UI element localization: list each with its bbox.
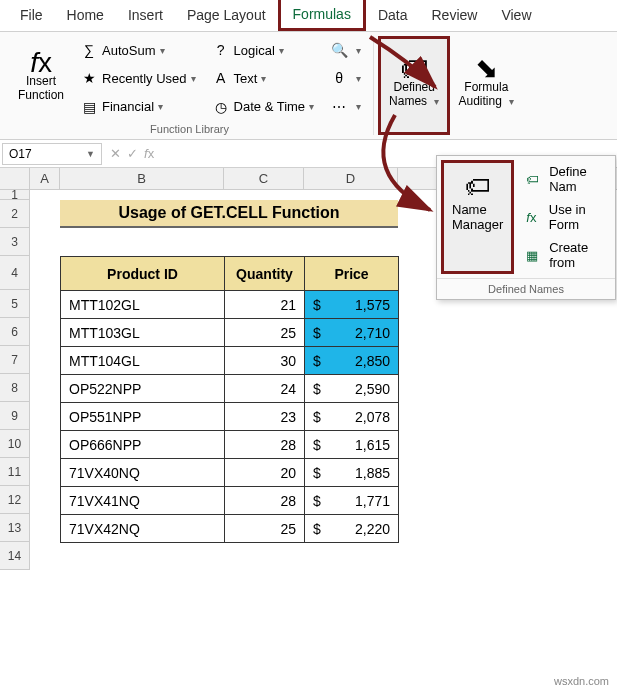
row-headers: 1 2 3 4 5 6 7 8 9 10 11 12 13 14 bbox=[0, 190, 30, 570]
cell-price[interactable]: $1,771 bbox=[305, 487, 399, 515]
table-row[interactable]: OP551NPP 23 $2,078 bbox=[61, 403, 399, 431]
row-header[interactable]: 10 bbox=[0, 430, 30, 458]
row-header[interactable]: 6 bbox=[0, 318, 30, 346]
cell-price[interactable]: $2,590 bbox=[305, 375, 399, 403]
more-button[interactable]: ⋯▾ bbox=[326, 97, 365, 117]
recently-used-button[interactable]: ★Recently Used▾ bbox=[76, 68, 200, 88]
insert-function-button[interactable]: fx InsertFunction bbox=[10, 36, 72, 121]
table-row[interactable]: OP522NPP 24 $2,590 bbox=[61, 375, 399, 403]
cell-quantity[interactable]: 21 bbox=[225, 291, 305, 319]
row-header[interactable]: 12 bbox=[0, 486, 30, 514]
tab-review[interactable]: Review bbox=[420, 1, 490, 31]
cell-product-id[interactable]: MTT102GL bbox=[61, 291, 225, 319]
table-row[interactable]: 71VX42NQ 25 $2,220 bbox=[61, 515, 399, 543]
caret-icon: ▾ bbox=[356, 101, 361, 112]
caret-icon: ▾ bbox=[309, 101, 314, 112]
cell-price[interactable]: $1,615 bbox=[305, 431, 399, 459]
lookup-button[interactable]: 🔍▾ bbox=[326, 40, 365, 60]
col-header-d[interactable]: D bbox=[304, 168, 398, 189]
tab-view[interactable]: View bbox=[489, 1, 543, 31]
cell-product-id[interactable]: MTT104GL bbox=[61, 347, 225, 375]
cell-product-id[interactable]: 71VX40NQ bbox=[61, 459, 225, 487]
cell-quantity[interactable]: 30 bbox=[225, 347, 305, 375]
table-row[interactable]: 71VX41NQ 28 $1,771 bbox=[61, 487, 399, 515]
defined-names-label: DefinedNames ▾ bbox=[389, 80, 439, 109]
caret-icon: ▾ bbox=[356, 73, 361, 84]
col-header-c[interactable]: C bbox=[224, 168, 304, 189]
col-header-a[interactable]: A bbox=[30, 168, 60, 189]
row-header[interactable]: 7 bbox=[0, 346, 30, 374]
header-price[interactable]: Price bbox=[305, 257, 399, 291]
sigma-icon: ∑ bbox=[80, 42, 98, 58]
cell-product-id[interactable]: MTT103GL bbox=[61, 319, 225, 347]
logical-button[interactable]: ?Logical▾ bbox=[208, 40, 319, 60]
more-icon: ⋯ bbox=[330, 99, 348, 115]
cell-price[interactable]: $1,575 bbox=[305, 291, 399, 319]
math-button[interactable]: θ▾ bbox=[326, 68, 365, 88]
defined-names-button[interactable]: 🏷 DefinedNames ▾ bbox=[378, 36, 450, 135]
cell-product-id[interactable]: 71VX41NQ bbox=[61, 487, 225, 515]
cell-price[interactable]: $2,850 bbox=[305, 347, 399, 375]
cancel-icon[interactable]: ✕ bbox=[110, 146, 121, 161]
table-row[interactable]: MTT103GL 25 $2,710 bbox=[61, 319, 399, 347]
cell-price[interactable]: $2,710 bbox=[305, 319, 399, 347]
cell-quantity[interactable]: 25 bbox=[225, 319, 305, 347]
formula-auditing-button[interactable]: ⬊ FormulaAuditing ▾ bbox=[450, 36, 522, 135]
row-header[interactable]: 11 bbox=[0, 458, 30, 486]
cell-quantity[interactable]: 23 bbox=[225, 403, 305, 431]
autosum-button[interactable]: ∑AutoSum▾ bbox=[76, 40, 200, 60]
tab-file[interactable]: File bbox=[8, 1, 55, 31]
header-product-id[interactable]: Product ID bbox=[61, 257, 225, 291]
cell-price[interactable]: $1,885 bbox=[305, 459, 399, 487]
cell-quantity[interactable]: 24 bbox=[225, 375, 305, 403]
col-header-b[interactable]: B bbox=[60, 168, 224, 189]
cell-quantity[interactable]: 28 bbox=[225, 431, 305, 459]
row-header[interactable]: 5 bbox=[0, 290, 30, 318]
row-header[interactable]: 8 bbox=[0, 374, 30, 402]
tab-home[interactable]: Home bbox=[55, 1, 116, 31]
audit-icon: ⬊ bbox=[475, 62, 498, 76]
cell-product-id[interactable]: OP551NPP bbox=[61, 403, 225, 431]
text-button[interactable]: AText▾ bbox=[208, 68, 319, 88]
row-header[interactable]: 2 bbox=[0, 200, 30, 228]
row-header[interactable]: 14 bbox=[0, 542, 30, 570]
row-header[interactable]: 1 bbox=[0, 190, 30, 200]
tab-insert[interactable]: Insert bbox=[116, 1, 175, 31]
table-row[interactable]: MTT104GL 30 $2,850 bbox=[61, 347, 399, 375]
cell-product-id[interactable]: 71VX42NQ bbox=[61, 515, 225, 543]
group-function-library: fx InsertFunction ∑AutoSum▾ ★Recently Us… bbox=[6, 36, 374, 135]
row-header[interactable]: 9 bbox=[0, 402, 30, 430]
row-header[interactable]: 4 bbox=[0, 256, 30, 290]
tab-page-layout[interactable]: Page Layout bbox=[175, 1, 278, 31]
cell-price[interactable]: $2,078 bbox=[305, 403, 399, 431]
row-header[interactable]: 3 bbox=[0, 228, 30, 256]
caret-icon: ▾ bbox=[356, 45, 361, 56]
header-quantity[interactable]: Quantity bbox=[225, 257, 305, 291]
group-defined-names: 🏷 DefinedNames ▾ ⬊ FormulaAuditing ▾ bbox=[374, 36, 526, 135]
table-row[interactable]: 71VX40NQ 20 $1,885 bbox=[61, 459, 399, 487]
cell-quantity[interactable]: 25 bbox=[225, 515, 305, 543]
ribbon-tabs: File Home Insert Page Layout Formulas Da… bbox=[0, 0, 617, 32]
cell-product-id[interactable]: OP666NPP bbox=[61, 431, 225, 459]
fx-icon[interactable]: fx bbox=[144, 146, 154, 161]
money-icon: ▤ bbox=[80, 99, 98, 115]
tab-formulas[interactable]: Formulas bbox=[278, 0, 366, 31]
date-time-button[interactable]: ◷Date & Time▾ bbox=[208, 97, 319, 117]
name-box[interactable]: O17 ▼ bbox=[2, 143, 102, 165]
cell-product-id[interactable]: OP522NPP bbox=[61, 375, 225, 403]
fx-icon: fx bbox=[30, 56, 52, 70]
table-row[interactable]: MTT102GL 21 $1,575 bbox=[61, 291, 399, 319]
financial-button[interactable]: ▤Financial▾ bbox=[76, 97, 200, 117]
cells-area[interactable]: Usage of GET.CELL Function Product ID Qu… bbox=[60, 190, 617, 570]
accept-icon[interactable]: ✓ bbox=[127, 146, 138, 161]
caret-icon: ▾ bbox=[261, 73, 266, 84]
title-cell[interactable]: Usage of GET.CELL Function bbox=[60, 200, 398, 228]
cell-quantity[interactable]: 20 bbox=[225, 459, 305, 487]
row-header[interactable]: 13 bbox=[0, 514, 30, 542]
cell-quantity[interactable]: 28 bbox=[225, 487, 305, 515]
tab-data[interactable]: Data bbox=[366, 1, 420, 31]
watermark: wsxdn.com bbox=[554, 675, 609, 687]
select-all-corner[interactable] bbox=[0, 168, 30, 189]
table-row[interactable]: OP666NPP 28 $1,615 bbox=[61, 431, 399, 459]
cell-price[interactable]: $2,220 bbox=[305, 515, 399, 543]
